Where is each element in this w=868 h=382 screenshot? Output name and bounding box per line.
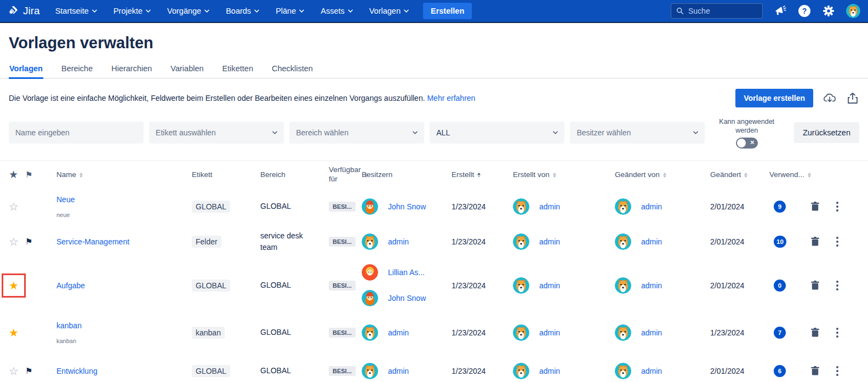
learn-more-link[interactable]: Mehr erfahren (427, 94, 475, 102)
nav-item-3[interactable]: Boards (226, 7, 259, 15)
col-modified-by[interactable]: Geändert von (615, 170, 710, 180)
name-filter[interactable] (9, 122, 144, 144)
nav-item-6[interactable]: Vorlagen (369, 7, 409, 15)
created-cell: 1/23/2024 (452, 237, 513, 246)
nav-item-4[interactable]: Pläne (276, 7, 304, 15)
row-menu-button[interactable] (827, 237, 847, 247)
type-filter-select[interactable]: ALL (430, 122, 564, 144)
star-icon[interactable]: ★ (9, 327, 19, 339)
col-name[interactable]: Name (50, 170, 189, 180)
owner-link[interactable]: admin (388, 237, 409, 246)
owner-link[interactable]: admin (388, 367, 409, 375)
owner-avatar (362, 233, 378, 250)
can-apply-toggle[interactable]: × (736, 138, 758, 149)
created-by-cell: admin (513, 277, 615, 294)
delete-button[interactable] (802, 328, 827, 337)
search-input[interactable] (688, 7, 754, 15)
template-name-link[interactable]: Service-Management (56, 237, 183, 246)
created-by-link[interactable]: admin (539, 237, 560, 246)
star-icon[interactable]: ☆ (9, 201, 19, 213)
owner-link[interactable]: John Snow (388, 202, 426, 211)
star-icon[interactable]: ★ (9, 279, 19, 292)
available-badge[interactable]: BESI... (329, 237, 356, 247)
delete-button[interactable] (802, 237, 827, 246)
template-name-link[interactable]: Neue (56, 195, 183, 204)
help-icon[interactable]: ? (798, 4, 811, 18)
available-for-cell: BESI... (324, 281, 359, 290)
flag-icon[interactable]: ⚑ (25, 237, 32, 246)
available-badge[interactable]: BESI... (329, 281, 356, 290)
row-menu-button[interactable] (827, 366, 847, 376)
tab-checklisten[interactable]: Checklisten (271, 60, 313, 78)
available-for-cell: BESI... (324, 202, 359, 212)
row-menu-button[interactable] (827, 328, 847, 338)
template-subtitle: neue (56, 212, 183, 218)
logo-text: Jira (23, 5, 40, 17)
template-name-link[interactable]: Aufgabe (56, 281, 183, 290)
modified-by-link[interactable]: admin (641, 367, 662, 375)
template-name-link[interactable]: kanban (56, 321, 183, 330)
gear-icon[interactable] (822, 4, 835, 18)
tab-bereiche[interactable]: Bereiche (61, 60, 93, 78)
col-created-by[interactable]: Erstellt von (513, 170, 615, 180)
reset-button[interactable]: Zurücksetzen (794, 122, 859, 143)
tab-etiketten[interactable]: Etiketten (222, 60, 254, 78)
user-avatar[interactable] (846, 4, 860, 18)
modified-cell: 2/01/2024 (710, 202, 769, 211)
owners-cell: Lillian As... John Snow (359, 264, 452, 306)
modified-by-link[interactable]: admin (641, 281, 662, 290)
modified-by-link[interactable]: admin (641, 237, 662, 246)
chevron-down-icon (92, 9, 97, 13)
nav-item-1[interactable]: Projekte (113, 7, 151, 15)
modified-by-link[interactable]: admin (641, 202, 662, 211)
modified-by-link[interactable]: admin (641, 328, 662, 337)
nav-item-5[interactable]: Assets (321, 7, 353, 15)
row-menu-button[interactable] (827, 202, 847, 212)
megaphone-icon[interactable] (774, 4, 787, 18)
row-menu-button[interactable] (827, 281, 847, 290)
search-box[interactable] (671, 3, 763, 19)
label-filter-select[interactable]: Etikett auswählen (149, 122, 284, 144)
col-available-for[interactable]: Verfügbar für (324, 166, 359, 184)
star-icon[interactable]: ☆ (9, 365, 19, 377)
flag-cell: ⚑ (25, 237, 50, 247)
nav-item-0[interactable]: Startseite (55, 7, 97, 15)
star-column-icon[interactable]: ★ (9, 168, 25, 181)
scope-filter-select[interactable]: Bereich wählen (289, 122, 424, 144)
created-by-link[interactable]: admin (539, 328, 560, 337)
created-by-link[interactable]: admin (539, 202, 560, 211)
delete-button[interactable] (802, 366, 827, 375)
owner-link[interactable]: Lillian As... (388, 268, 425, 277)
created-cell: 1/23/2024 (452, 281, 513, 290)
available-badge[interactable]: BESI... (329, 202, 356, 212)
name-filter-input[interactable] (15, 128, 137, 137)
nav-item-2[interactable]: Vorgänge (167, 7, 209, 15)
owner-link[interactable]: admin (388, 328, 409, 337)
jira-logo[interactable]: Jira (8, 5, 40, 17)
owner-avatar (362, 363, 378, 379)
col-uses[interactable]: Verwend... (769, 170, 802, 180)
flag-column-icon[interactable]: ⚑ (25, 170, 50, 180)
delete-button[interactable] (802, 281, 827, 290)
create-template-button[interactable]: Vorlage erstellen (735, 89, 813, 107)
star-icon[interactable]: ☆ (9, 236, 19, 248)
create-button[interactable]: Erstellen (423, 3, 472, 19)
delete-button[interactable] (802, 202, 827, 211)
col-modified[interactable]: Geändert (710, 170, 769, 180)
tab-hierarchien[interactable]: Hierarchien (111, 60, 152, 78)
col-created[interactable]: Erstellt (452, 170, 513, 180)
template-name-link[interactable]: Entwicklung (56, 367, 183, 375)
created-by-link[interactable]: admin (539, 367, 560, 375)
owner-filter-select[interactable]: Besitzer wählen (570, 122, 705, 144)
owners-cell: admin (359, 233, 452, 250)
created-by-link[interactable]: admin (539, 281, 560, 290)
available-badge[interactable]: BESI... (329, 366, 356, 376)
tab-variablen[interactable]: Variablen (170, 60, 204, 78)
owner-link[interactable]: John Snow (388, 294, 426, 303)
uses-cell: 7 (769, 327, 802, 339)
tab-vorlagen[interactable]: Vorlagen (9, 60, 43, 78)
available-badge[interactable]: BESI... (329, 328, 356, 338)
export-icon[interactable] (846, 92, 859, 105)
cloud-download-icon[interactable] (823, 92, 836, 105)
flag-icon[interactable]: ⚑ (25, 366, 32, 375)
